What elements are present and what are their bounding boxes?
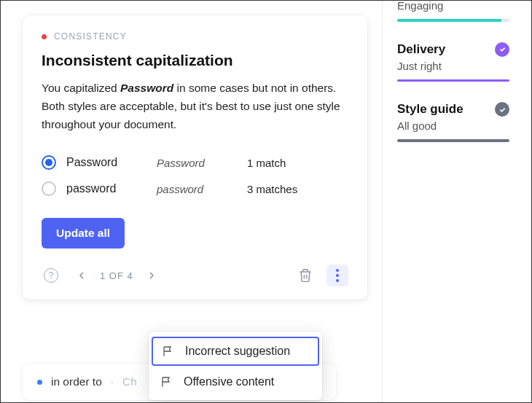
kebab-dot-icon [336,269,339,272]
menu-item-label: Incorrect suggestion [185,345,290,358]
bar-fill-icon [397,19,501,22]
stub-separator: · [111,375,114,388]
stub-trailing: Ch [122,375,137,388]
card-footer: ? 1 OF 4 [42,265,348,286]
feedback-menu: Incorrect suggestion Offensive content [149,332,322,400]
flag-icon [162,345,175,358]
bar-fill-icon [397,79,509,82]
metric-bar [397,19,509,22]
metric-sub: Engaging [397,0,509,12]
more-menu-button[interactable] [326,265,348,286]
help-button[interactable]: ? [42,266,60,285]
menu-item-incorrect-suggestion[interactable]: Incorrect suggestion [152,337,319,366]
metric-title: Delivery [397,42,445,57]
options-list: Password Password 1 match password passw… [42,149,348,202]
option-preview: Password [157,157,237,169]
menu-item-offensive-content[interactable]: Offensive content [149,367,322,396]
option-count: 1 match [247,157,286,169]
category-dot-icon [42,34,47,39]
menu-item-label: Offensive content [184,375,274,388]
suggestion-title: Inconsistent capitalization [42,52,348,69]
option-row[interactable]: password password 3 matches [42,176,348,202]
help-icon: ? [44,268,58,283]
suggestion-card: CONSISTENCY Inconsistent capitalization … [23,15,367,300]
chevron-right-icon [146,270,157,281]
update-all-button[interactable]: Update all [42,218,125,249]
category-dot-icon [37,380,42,385]
body-text-pre: You capitalized [42,82,120,94]
metric-engaging: Engaging [397,0,509,22]
option-preview: password [157,183,237,195]
metric-title: Style guide [397,102,463,117]
metric-sub: Just right [397,60,509,72]
check-icon [495,42,509,57]
next-button[interactable] [142,266,161,285]
metric-bar [397,79,509,82]
metric-style-guide[interactable]: Style guide All good [397,102,509,142]
pager-counter: 1 OF 4 [100,270,133,281]
metric-sub: All good [397,120,509,132]
radio-unselected-icon[interactable] [42,181,56,196]
chevron-left-icon [76,270,87,281]
option-label: password [66,182,146,195]
option-label: Password [66,156,146,169]
body-emphasis: Password [120,82,173,94]
stub-text: in order to [51,375,102,388]
pager: 1 OF 4 [72,266,161,285]
option-row[interactable]: Password Password 1 match [42,149,348,176]
sidebar: Engaging Delivery Just right Style guide… [382,1,531,402]
kebab-dot-icon [336,274,339,277]
option-count: 3 matches [247,183,297,195]
check-icon [495,102,509,117]
delete-button[interactable] [296,266,315,285]
prev-button[interactable] [72,266,91,285]
category-label: CONSISTENCY [54,31,127,42]
category-row: CONSISTENCY [42,31,348,42]
suggestion-body: You capitalized Password in some cases b… [42,79,348,133]
flag-icon [160,375,173,388]
radio-selected-icon[interactable] [42,155,56,170]
trash-icon [298,268,313,283]
metric-delivery[interactable]: Delivery Just right [397,42,509,82]
kebab-dot-icon [336,279,339,282]
bar-fill-icon [397,139,509,142]
metric-bar [397,139,509,142]
